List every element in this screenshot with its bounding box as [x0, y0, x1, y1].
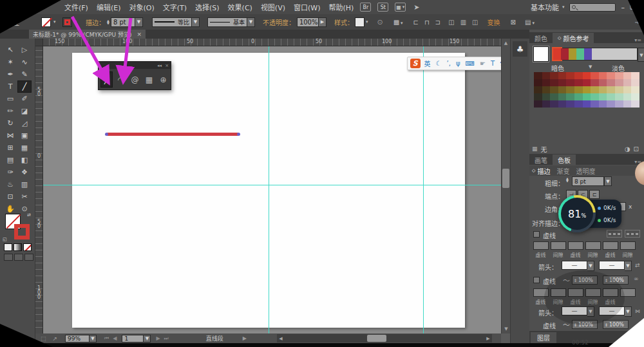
color-guide-cell[interactable]: [631, 100, 639, 108]
export-icon[interactable]: ↗: [53, 335, 58, 342]
color-guide-cell[interactable]: [607, 86, 615, 93]
collapse-icon[interactable]: ◂◂: [157, 63, 162, 68]
menu-item-4[interactable]: 选择(S): [195, 2, 220, 12]
panel-options-icon[interactable]: ⇥: [635, 19, 640, 26]
variation-swatch-0[interactable]: [553, 48, 561, 60]
color-guide-cell[interactable]: [607, 79, 615, 86]
artboard-tool[interactable]: ⊡: [3, 191, 17, 203]
scale-tool[interactable]: ◿: [17, 117, 32, 129]
polar-grid-tool[interactable]: ⊕: [157, 71, 169, 88]
width-tool[interactable]: ⋈: [3, 129, 17, 142]
preserve-dashes-button[interactable]: [607, 230, 622, 238]
vertical-scrollbar[interactable]: ▲ ▼: [501, 39, 510, 333]
rotate-tool[interactable]: ↻: [3, 117, 17, 129]
tab-layers[interactable]: 图层: [531, 332, 556, 343]
color-guide-cell[interactable]: [574, 86, 583, 93]
next-artboard-icon[interactable]: ▶: [156, 335, 160, 341]
color-guide-cell[interactable]: [574, 79, 583, 86]
close-icon[interactable]: ×: [137, 31, 142, 37]
gradient-tool[interactable]: ◧: [17, 154, 32, 166]
skin-icon[interactable]: T: [491, 60, 495, 67]
color-guide-cell[interactable]: [558, 100, 567, 108]
prev-artboard-icon[interactable]: ◀: [113, 335, 117, 341]
dash-field-1[interactable]: [551, 241, 566, 250]
color-guide-cell[interactable]: [591, 100, 599, 108]
line-anchor-right[interactable]: [237, 133, 240, 136]
weight-stepper[interactable]: ▲▼: [566, 177, 569, 182]
magic-wand-tool[interactable]: ✶: [3, 56, 17, 68]
color-guide-cell[interactable]: [599, 86, 607, 93]
vertical-scroll-thumb[interactable]: [502, 169, 509, 188]
minimize-button[interactable]: –: [621, 3, 625, 12]
menu-item-1[interactable]: 编辑(E): [97, 2, 121, 12]
color-guide-cell[interactable]: [534, 86, 542, 93]
color-guide-cell[interactable]: [534, 79, 542, 86]
color-guide-cell[interactable]: [550, 93, 558, 100]
variations-dropdown[interactable]: ▼: [638, 48, 644, 62]
color-guide-cell[interactable]: [583, 79, 591, 86]
color-guide-cell[interactable]: [599, 93, 607, 100]
pencil-tool[interactable]: ✏: [3, 105, 17, 117]
color-guide-cell[interactable]: [566, 79, 574, 86]
menu-item-0[interactable]: 文件(F): [64, 2, 88, 12]
tab-color-guide[interactable]: ◇颜色参考: [553, 33, 594, 43]
zoom-level-dropdown[interactable]: ▼: [90, 335, 97, 342]
distribute-buttons[interactable]: ◫▥◫: [448, 19, 478, 26]
shape-builder-tool[interactable]: ⊞: [3, 142, 17, 154]
color-guide-cell[interactable]: [542, 79, 551, 86]
color-guide-cell[interactable]: [607, 100, 615, 108]
stroke-color-control[interactable]: ▾: [62, 17, 77, 27]
color-guide-cell[interactable]: [623, 100, 632, 108]
color-guide-cell[interactable]: [574, 72, 583, 79]
color-guide-cell[interactable]: [583, 86, 591, 93]
guide-vertical-1[interactable]: [269, 46, 269, 333]
zoom-level-value[interactable]: 99%: [65, 335, 90, 342]
color-guide-cell[interactable]: [542, 72, 551, 79]
color-guide-cell[interactable]: [591, 79, 599, 86]
align-buttons[interactable]: ⊏⊓⊐: [413, 19, 441, 26]
punctuation-icon[interactable]: ’,: [447, 60, 451, 67]
style-swatch[interactable]: [355, 17, 365, 27]
color-variations-strip[interactable]: [553, 48, 638, 61]
color-guide-cell[interactable]: [599, 79, 607, 86]
pen-tool[interactable]: ✒: [3, 68, 17, 80]
align-dashes-button[interactable]: [625, 230, 640, 238]
red-line-object[interactable]: [106, 133, 239, 136]
ruler-origin-box[interactable]: [35, 39, 43, 46]
draw-inside-button[interactable]: [24, 254, 33, 261]
default-fill-stroke-icon[interactable]: ◱: [3, 237, 7, 242]
stroke-label-link[interactable]: 描边：: [86, 17, 105, 27]
moon-icon[interactable]: ☾: [436, 60, 442, 67]
lasso-tool[interactable]: ∿: [17, 56, 32, 68]
lang-english-icon[interactable]: 英: [424, 59, 431, 68]
color-guide-cell[interactable]: [534, 72, 542, 79]
swap-fill-stroke-icon[interactable]: ⇄: [27, 212, 31, 218]
dashed-line-checkbox-2[interactable]: [533, 277, 540, 283]
color-guide-cell[interactable]: [550, 79, 558, 86]
color-guide-cell[interactable]: [558, 79, 567, 86]
club-panel-icon[interactable]: ♣: [513, 41, 527, 57]
brush-definition-select[interactable]: 基本: [207, 17, 247, 27]
menu-item-2[interactable]: 对象(O): [129, 2, 154, 12]
color-guide-cell[interactable]: [542, 100, 551, 108]
swap-arrowheads-icon-2[interactable]: ⋈: [635, 308, 640, 314]
color-guide-cell[interactable]: [574, 93, 583, 100]
free-transform-tool[interactable]: ▣: [17, 129, 32, 142]
color-button[interactable]: [4, 243, 12, 251]
select-similar-icon[interactable]: ▩▾: [393, 19, 403, 26]
variation-swatch-3[interactable]: [576, 48, 584, 60]
opacity-value[interactable]: 100%: [297, 17, 319, 27]
dash-field-0[interactable]: [533, 241, 549, 250]
keyboard-icon[interactable]: ⌨: [466, 60, 475, 67]
horizontal-scrollbar[interactable]: ◀ ▶: [277, 334, 492, 342]
color-guide-cell[interactable]: [631, 86, 639, 93]
dash-field-2[interactable]: [568, 241, 583, 250]
status-expand-icon[interactable]: ▶: [243, 335, 247, 341]
chevron-down-icon[interactable]: ▼: [589, 64, 592, 70]
arrange-documents-icon[interactable]: ▦▾: [395, 3, 406, 12]
recolor-artwork-icon[interactable]: ⊙: [377, 18, 383, 26]
menu-item-8[interactable]: 帮助(H): [328, 2, 354, 12]
weight-dropdown[interactable]: ▼: [604, 176, 612, 186]
tab-color[interactable]: 颜色: [529, 33, 553, 43]
limit-color-group-icon[interactable]: ◑: [625, 145, 630, 153]
